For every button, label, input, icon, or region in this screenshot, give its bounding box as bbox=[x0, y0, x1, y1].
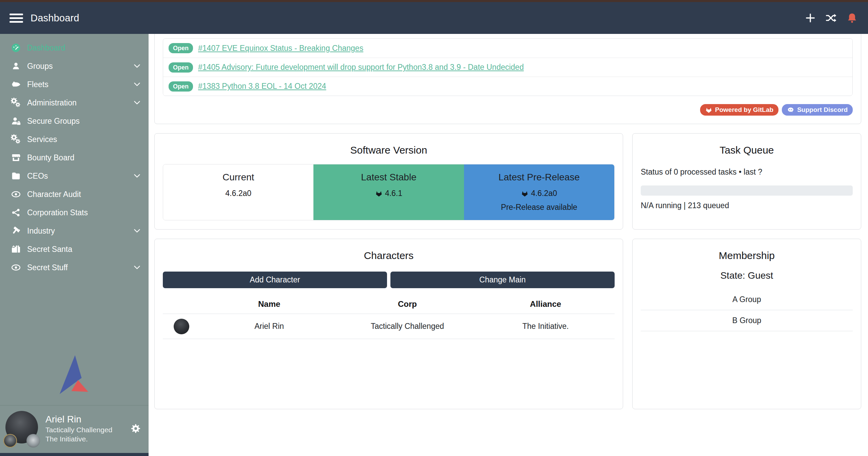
top-navbar: Dashboard bbox=[0, 0, 868, 34]
task-queue-progressbar bbox=[641, 185, 853, 196]
notification-row: Open #1407 EVE Equinox Status - Breaking… bbox=[163, 39, 852, 58]
notification-row: Open #1405 Advisory: Future development … bbox=[163, 58, 852, 77]
task-queue-panel: Task Queue Status of 0 processed tasks •… bbox=[632, 133, 861, 230]
change-main-button[interactable]: Change Main bbox=[390, 272, 615, 288]
characters-table-header: Name Corp Alliance bbox=[163, 294, 615, 314]
sidebar-item-dashboard[interactable]: Dashboard bbox=[0, 39, 149, 57]
user-corp: Tactically Challenged bbox=[45, 426, 112, 434]
notification-link[interactable]: #1405 Advisory: Future development will … bbox=[198, 63, 524, 72]
characters-title: Characters bbox=[163, 250, 615, 261]
user-settings-gear-icon[interactable] bbox=[130, 423, 141, 434]
sidebar-item-secure-groups[interactable]: Secure Groups bbox=[0, 112, 149, 130]
add-character-button[interactable]: Add Character bbox=[163, 272, 387, 288]
sidebar-item-groups[interactable]: Groups bbox=[0, 57, 149, 75]
sidebar-item-industry[interactable]: Industry bbox=[0, 222, 149, 240]
corp-logo-badge bbox=[3, 434, 17, 448]
software-version-title: Software Version bbox=[163, 144, 615, 156]
character-corp: Tactically Challenged bbox=[338, 322, 476, 331]
status-badge: Open bbox=[169, 62, 193, 73]
spaceship-icon bbox=[10, 79, 22, 90]
sidebar-bottom-strip bbox=[0, 453, 149, 456]
menu-toggle-icon[interactable] bbox=[9, 14, 23, 23]
chevron-down-icon bbox=[133, 80, 141, 88]
user-icon bbox=[10, 61, 22, 71]
task-queue-status: Status of 0 processed tasks • last ? bbox=[641, 167, 853, 177]
support-discord-badge[interactable]: Support Discord bbox=[782, 104, 853, 116]
character-name: Ariel Rin bbox=[200, 322, 338, 331]
notifications-bell-icon[interactable] bbox=[846, 12, 858, 24]
sidebar-item-character-audit[interactable]: Character Audit bbox=[0, 185, 149, 203]
sidebar-item-bounty-board[interactable]: Bounty Board bbox=[0, 148, 149, 167]
list-item: B Group bbox=[641, 310, 853, 331]
gears-icon bbox=[10, 134, 22, 144]
sidebar-item-ceos[interactable]: CEOs bbox=[0, 167, 149, 185]
user-card: Ariel Rin Tactically Challenged The Init… bbox=[0, 405, 149, 453]
page-title: Dashboard bbox=[31, 13, 79, 24]
gears-icon bbox=[10, 98, 22, 108]
chevron-down-icon bbox=[133, 227, 141, 235]
version-prerelease-box: Latest Pre-Release 4.6.2a0 Pre-Release a… bbox=[464, 164, 614, 220]
add-icon[interactable] bbox=[805, 13, 816, 23]
sidebar-item-secret-santa[interactable]: Secret Santa bbox=[0, 240, 149, 258]
task-queue-title: Task Queue bbox=[641, 144, 853, 156]
chevron-down-icon bbox=[133, 172, 141, 180]
list-item: A Group bbox=[641, 289, 853, 310]
membership-title: Membership bbox=[641, 250, 853, 261]
alliance-auth-logo bbox=[0, 354, 149, 405]
membership-panel: Membership State: Guest A Group B Group bbox=[632, 239, 861, 409]
user-lock-icon bbox=[10, 116, 22, 126]
version-stable-box: Latest Stable 4.6.1 bbox=[313, 164, 464, 220]
powered-by-gitlab-badge[interactable]: Powered by GitLab bbox=[700, 104, 778, 116]
software-version-panel: Software Version Current 4.6.2a0 Latest … bbox=[154, 133, 623, 230]
status-badge: Open bbox=[169, 43, 193, 53]
version-current-box: Current 4.6.2a0 bbox=[163, 164, 313, 220]
store-icon bbox=[10, 153, 22, 163]
eye-icon bbox=[10, 262, 22, 273]
alliance-logo-badge bbox=[26, 434, 40, 448]
notification-link[interactable]: #1407 EVE Equinox Status - Breaking Chan… bbox=[198, 44, 363, 53]
notification-link[interactable]: #1383 Python 3.8 EOL - 14 Oct 2024 bbox=[198, 82, 326, 91]
table-row: Ariel Rin Tactically Challenged The Init… bbox=[163, 314, 615, 339]
sidebar-item-corporation-stats[interactable]: Corporation Stats bbox=[0, 203, 149, 222]
folder-icon bbox=[10, 171, 22, 181]
character-alliance: The Initiative. bbox=[477, 322, 615, 331]
sidebar: Dashboard Groups Fleets Administration S… bbox=[0, 34, 149, 456]
shuffle-icon[interactable] bbox=[825, 12, 837, 24]
gitlab-icon bbox=[375, 190, 383, 197]
chevron-down-icon bbox=[133, 99, 141, 107]
eye-icon bbox=[10, 189, 22, 199]
status-badge: Open bbox=[169, 81, 193, 92]
user-alliance: The Initiative. bbox=[45, 435, 112, 443]
chevron-down-icon bbox=[133, 62, 141, 70]
gifts-icon bbox=[10, 244, 22, 254]
notification-row: Open #1383 Python 3.8 EOL - 14 Oct 2024 bbox=[163, 77, 852, 96]
share-icon bbox=[10, 207, 22, 218]
hammer-icon bbox=[10, 226, 22, 236]
sidebar-item-administration[interactable]: Administration bbox=[0, 94, 149, 112]
sidebar-item-services[interactable]: Services bbox=[0, 130, 149, 148]
membership-state: State: Guest bbox=[641, 270, 853, 281]
gitlab-icon bbox=[521, 190, 528, 197]
sidebar-item-fleets[interactable]: Fleets bbox=[0, 75, 149, 94]
chevron-down-icon bbox=[133, 263, 141, 272]
character-portrait bbox=[174, 319, 189, 334]
sidebar-item-secret-stuff[interactable]: Secret Stuff bbox=[0, 258, 149, 277]
characters-panel: Characters Add Character Change Main Nam… bbox=[154, 239, 623, 409]
gauge-icon bbox=[10, 43, 22, 53]
user-name: Ariel Rin bbox=[45, 414, 112, 425]
task-queue-counts: N/A running | 213 queued bbox=[641, 201, 853, 210]
